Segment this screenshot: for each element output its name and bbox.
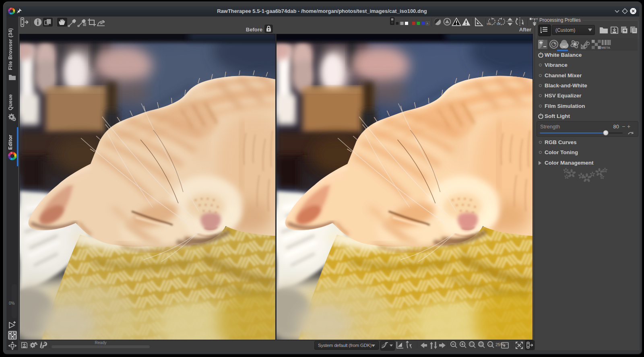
svg-text:90°: 90°	[487, 23, 491, 25]
svg-text:90°: 90°	[497, 23, 501, 25]
svg-text:1:1: 1:1	[489, 343, 492, 346]
svg-text:R: R	[427, 22, 429, 25]
svg-text:META: META	[601, 46, 610, 50]
